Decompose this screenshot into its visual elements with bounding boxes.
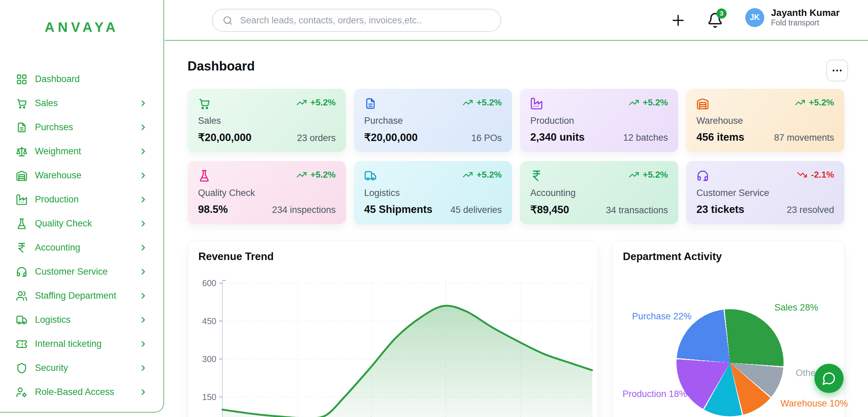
- user-name: Jayanth Kumar: [771, 7, 840, 18]
- user-menu[interactable]: JK Jayanth Kumar Fold transport: [745, 7, 840, 28]
- flask-icon: [16, 218, 27, 230]
- kpi-label: Quality Check: [198, 188, 336, 198]
- chevron-right-icon: [139, 315, 148, 324]
- kpi-value: ₹89,450: [530, 203, 569, 216]
- sidebar-item-warehouse[interactable]: Warehouse: [0, 163, 163, 187]
- kpi-trend: -2.1%: [797, 170, 834, 180]
- kpi-value: ₹20,00,000: [364, 131, 418, 144]
- top-header: 3 JK Jayanth Kumar Fold transport: [165, 0, 868, 41]
- department-activity-title: Department Activity: [623, 251, 722, 263]
- sidebar-item-production[interactable]: Production: [0, 187, 163, 212]
- pie-label-production: Production 18%: [623, 389, 687, 399]
- revenue-trend-card: Revenue Trend 600450300150: [188, 241, 598, 417]
- kpi-secondary: 234 inspections: [272, 205, 336, 215]
- trending-up-icon: [462, 170, 473, 180]
- sidebar: ANVAYA Dashboard Sales Purchses Weighmen…: [0, 0, 164, 413]
- sidebar-item-label: Warehouse: [35, 170, 139, 181]
- kpi-trend: +5.2%: [629, 97, 668, 108]
- kpi-secondary: 45 deliveries: [450, 205, 502, 215]
- ellipsis-icon: [831, 64, 843, 77]
- flask-icon: [198, 170, 211, 182]
- truck-icon: [16, 314, 27, 326]
- notifications-button[interactable]: 3: [707, 11, 725, 29]
- kpi-card-sales: +5.2% Sales ₹20,00,000 23 orders: [188, 89, 346, 152]
- document-icon: [16, 122, 27, 133]
- kpi-trend: +5.2%: [629, 170, 668, 180]
- kpi-trend: +5.2%: [296, 97, 336, 108]
- user-org: Fold transport: [771, 18, 840, 28]
- kpi-value: 98.5%: [198, 203, 228, 216]
- users-icon: [16, 290, 27, 302]
- trending-up-icon: [462, 97, 473, 108]
- department-pie-chart: [676, 309, 784, 416]
- kpi-trend: +5.2%: [795, 97, 834, 108]
- sidebar-item-sales[interactable]: Sales: [0, 91, 163, 115]
- sidebar-item-internal-ticketing[interactable]: Internal ticketing: [0, 332, 163, 356]
- department-activity-card: Department Activity Sales 28%Other 10%Wa…: [612, 241, 844, 417]
- revenue-area: [222, 306, 592, 417]
- sidebar-item-weighment[interactable]: Weighment: [0, 139, 163, 163]
- search-input[interactable]: [239, 15, 490, 26]
- trending-up-icon: [296, 170, 307, 180]
- y-tick-label: 600: [202, 278, 216, 288]
- shield-icon: [16, 362, 27, 374]
- sidebar-item-quality-check[interactable]: Quality Check: [0, 212, 163, 236]
- more-options-button[interactable]: [826, 60, 848, 81]
- cart-icon: [16, 98, 27, 109]
- sidebar-item-label: Dashboard: [35, 74, 139, 84]
- main-content: Dashboard +5.2% Sales ₹20,00,000 23 orde…: [165, 41, 868, 417]
- plus-icon: [670, 12, 687, 29]
- sidebar-item-label: Weighment: [35, 146, 139, 157]
- y-tick-label: 450: [202, 316, 216, 326]
- trending-up-icon: [629, 170, 639, 180]
- chevron-right-icon: [139, 243, 148, 252]
- kpi-label: Purchase: [364, 116, 502, 126]
- chat-icon: [822, 371, 836, 385]
- cart-icon: [198, 97, 211, 110]
- sidebar-item-customer-service[interactable]: Customer Service: [0, 260, 163, 284]
- kpi-value: 23 tickets: [696, 203, 744, 216]
- kpi-trend: +5.2%: [462, 170, 502, 180]
- chevron-right-icon: [139, 363, 148, 373]
- sidebar-item-label: Quality Check: [35, 218, 139, 229]
- kpi-label: Warehouse: [696, 116, 834, 126]
- user-gear-icon: [16, 386, 27, 398]
- page-title: Dashboard: [188, 59, 255, 74]
- chevron-right-icon: [139, 99, 148, 108]
- chevron-right-icon: [139, 267, 148, 276]
- brand-logo: ANVAYA: [0, 20, 163, 35]
- search-icon: [223, 15, 233, 26]
- kpi-value: ₹20,00,000: [198, 131, 252, 144]
- kpi-card-quality-check: +5.2% Quality Check 98.5% 234 inspection…: [188, 161, 346, 224]
- search-bar[interactable]: [212, 9, 501, 32]
- kpi-secondary: 16 POs: [471, 133, 502, 143]
- sidebar-item-label: Staffing Department: [35, 291, 139, 301]
- sidebar-item-logistics[interactable]: Logistics: [0, 308, 163, 332]
- trending-up-icon: [629, 97, 639, 108]
- chevron-right-icon: [139, 388, 148, 397]
- warehouse-icon: [696, 97, 709, 110]
- add-button[interactable]: [670, 12, 687, 29]
- kpi-card-purchase: +5.2% Purchase ₹20,00,000 16 POs: [354, 89, 512, 152]
- pie-label-sales: Sales 28%: [774, 302, 818, 313]
- kpi-label: Production: [530, 116, 668, 126]
- sidebar-item-dashboard[interactable]: Dashboard: [0, 67, 163, 91]
- sidebar-item-role-based-access[interactable]: Role-Based Access: [0, 380, 163, 404]
- sidebar-item-staffing-department[interactable]: Staffing Department: [0, 284, 163, 308]
- warehouse-icon: [16, 170, 27, 181]
- ticket-icon: [16, 338, 27, 350]
- kpi-label: Accounting: [530, 188, 668, 198]
- factory-icon: [16, 194, 27, 205]
- sidebar-menu: Dashboard Sales Purchses Weighment Wareh…: [0, 67, 163, 404]
- kpi-value: 45 Shipments: [364, 203, 433, 216]
- sidebar-item-security[interactable]: Security: [0, 356, 163, 380]
- sidebar-item-purchses[interactable]: Purchses: [0, 115, 163, 139]
- chat-fab[interactable]: [814, 364, 844, 393]
- sidebar-item-accounting[interactable]: Accounting: [0, 236, 163, 260]
- dashboard-grid-icon: [16, 74, 27, 85]
- rupee-icon: [530, 170, 543, 182]
- sidebar-item-label: Accounting: [35, 242, 139, 253]
- kpi-value: 2,340 units: [530, 131, 585, 143]
- y-tick-label: 150: [202, 392, 216, 402]
- kpi-trend: +5.2%: [296, 170, 336, 180]
